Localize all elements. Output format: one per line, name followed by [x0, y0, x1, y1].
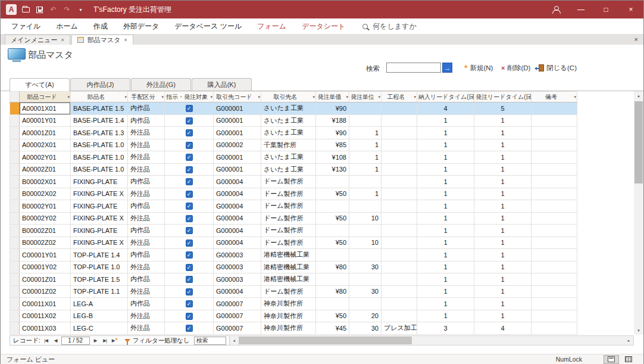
cell-unit[interactable]	[349, 249, 382, 262]
new-record-button[interactable]: * 新規(N)	[464, 63, 493, 73]
cell-chk[interactable]: ✓	[165, 249, 214, 262]
datasheet-view-button[interactable]	[621, 355, 636, 364]
cell-note[interactable]	[532, 102, 577, 115]
checkbox[interactable]: ✓	[186, 288, 193, 295]
cell-proc[interactable]	[382, 249, 417, 262]
cell-note[interactable]	[532, 310, 577, 322]
cell-name[interactable]: FIXING-PLATE	[71, 200, 128, 213]
cell-olead[interactable]: 1	[474, 188, 532, 200]
cell-scode[interactable]: G000004	[214, 200, 261, 213]
checkbox[interactable]: ✓	[186, 142, 193, 149]
cell-proc[interactable]	[382, 139, 417, 151]
cell-dlead[interactable]: 1	[417, 249, 474, 262]
filter-dropdown-icon[interactable]: ▾	[574, 95, 576, 99]
horizontal-scrollbar[interactable]: ◂ ▸	[230, 335, 634, 346]
cell-chk[interactable]: ✓	[165, 285, 214, 298]
cell-proc[interactable]	[382, 163, 417, 176]
cell-dlead[interactable]: 1	[417, 237, 474, 249]
cell-dlead[interactable]: 1	[417, 298, 474, 310]
cell-note[interactable]	[532, 163, 577, 176]
filter-dropdown-icon[interactable]: ▾	[346, 95, 348, 99]
cell-scode[interactable]: G000001	[214, 127, 261, 139]
ribbon-tab[interactable]: ファイル	[4, 21, 48, 32]
cell-sname[interactable]: 千葉製作所	[261, 139, 316, 151]
column-header[interactable]: 発注単位▾	[349, 92, 382, 102]
cell-price[interactable]: ¥50	[316, 237, 349, 249]
cell-chk[interactable]: ✓	[165, 188, 214, 200]
cell-note[interactable]	[532, 188, 577, 200]
filter-tab[interactable]: すべて(A)	[10, 78, 70, 91]
record-search-input[interactable]	[194, 337, 226, 345]
record-selector[interactable]	[10, 249, 20, 262]
cell-name[interactable]: FIXING-PLATE X	[71, 188, 128, 200]
cell-sname[interactable]: さいたま工業	[261, 163, 316, 176]
cell-chk[interactable]: ✓	[165, 200, 214, 213]
record-selector[interactable]	[10, 212, 20, 225]
cell-scode[interactable]: G000004	[214, 225, 261, 237]
cell-code[interactable]: B00002X01	[20, 176, 71, 188]
cell-proc[interactable]	[382, 261, 417, 273]
cell-price[interactable]: ¥50	[316, 188, 349, 200]
cell-olead[interactable]: 1	[474, 261, 532, 273]
scroll-down-icon[interactable]: ▼	[634, 326, 643, 335]
cell-cat[interactable]: 外注品	[128, 151, 165, 164]
cell-code[interactable]: B00002X02	[20, 188, 71, 200]
cell-sname[interactable]: さいたま工業	[261, 114, 316, 127]
record-selector[interactable]	[10, 176, 20, 188]
cell-cat[interactable]: 外注品	[128, 188, 165, 200]
cell-price[interactable]	[316, 249, 349, 262]
column-header[interactable]: 備考▾	[532, 92, 577, 102]
column-header[interactable]: 発注リードタイム(日)▾	[474, 92, 532, 102]
cell-proc[interactable]	[382, 298, 417, 310]
cell-name[interactable]: LEG-A	[71, 298, 128, 310]
cell-dlead[interactable]: 1	[417, 212, 474, 225]
cell-dlead[interactable]: 1	[417, 151, 474, 164]
cell-price[interactable]	[316, 176, 349, 188]
cell-cat[interactable]: 外注品	[128, 212, 165, 225]
cell-chk[interactable]: ✓	[165, 273, 214, 286]
cell-olead[interactable]: 5	[474, 102, 532, 115]
cell-unit[interactable]	[349, 225, 382, 237]
cell-olead[interactable]: 1	[474, 310, 532, 322]
cell-proc[interactable]	[382, 310, 417, 322]
cell-sname[interactable]: ドーム製作所	[261, 176, 316, 188]
cell-name[interactable]: TOP-PLATE 1.5	[71, 273, 128, 286]
checkbox[interactable]: ✓	[186, 300, 193, 307]
cell-code[interactable]: C00011X01	[20, 298, 71, 310]
cell-chk[interactable]: ✓	[165, 176, 214, 188]
cell-note[interactable]	[532, 151, 577, 164]
cell-price[interactable]	[316, 298, 349, 310]
filter-dropdown-icon[interactable]: ▾	[161, 95, 164, 99]
cell-name[interactable]: TOP-PLATE 1.1	[71, 285, 128, 298]
cell-cat[interactable]: 内作品	[128, 249, 165, 262]
cell-sname[interactable]: ドーム製作所	[261, 237, 316, 249]
cell-note[interactable]	[532, 176, 577, 188]
cell-sname[interactable]: 神奈川製作所	[261, 322, 316, 335]
cell-scode[interactable]: G000004	[214, 237, 261, 249]
cell-note[interactable]	[532, 200, 577, 213]
cell-sname[interactable]: ドーム製作所	[261, 285, 316, 298]
cell-chk[interactable]: ✓	[165, 237, 214, 249]
cell-scode[interactable]: G000001	[214, 102, 261, 115]
cell-name[interactable]: TOP-PLATE 1.0	[71, 261, 128, 273]
cell-price[interactable]: ¥85	[316, 139, 349, 151]
cell-sname[interactable]: 港精密機械工業	[261, 249, 316, 262]
filter-dropdown-icon[interactable]: ▾	[124, 95, 127, 99]
cell-note[interactable]	[532, 114, 577, 127]
cell-note[interactable]	[532, 249, 577, 262]
cell-cat[interactable]: 外注品	[128, 261, 165, 273]
cell-name[interactable]: LEG-C	[71, 322, 128, 335]
cell-proc[interactable]	[382, 237, 417, 249]
cell-price[interactable]	[316, 225, 349, 237]
cell-cat[interactable]: 内作品	[128, 273, 165, 286]
cell-name[interactable]: BASE-PLATE 1.5	[71, 102, 128, 115]
column-header[interactable]: 取引先名▾	[261, 92, 316, 102]
cell-name[interactable]: BASE-PLATE 1.3	[71, 127, 128, 139]
cell-chk[interactable]: ✓	[165, 322, 214, 335]
cell-dlead[interactable]: 1	[417, 261, 474, 273]
cell-scode[interactable]: G000007	[214, 310, 261, 322]
filter-dropdown-icon[interactable]: ▾	[471, 95, 473, 99]
filter-dropdown-icon[interactable]: ▾	[312, 95, 315, 99]
cell-name[interactable]: BASE-PLATE 1.0	[71, 163, 128, 176]
cell-cat[interactable]: 内作品	[128, 298, 165, 310]
